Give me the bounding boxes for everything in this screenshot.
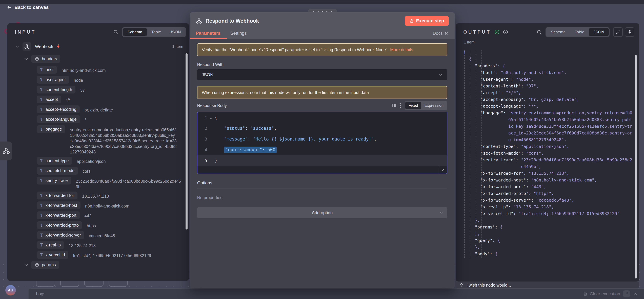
chevron-down-icon[interactable] — [24, 57, 28, 61]
kebab-menu-icon[interactable] — [400, 103, 401, 108]
tab-settings[interactable]: Settings — [230, 31, 247, 36]
open-logs-button[interactable] — [623, 291, 630, 297]
tree-field-sec-fetch-mode: Tsec-fetch-modecors — [37, 167, 183, 175]
editor-line-5[interactable]: 5} — [198, 155, 447, 166]
indent-guide — [482, 50, 482, 258]
tree-group-headers[interactable]: headers — [24, 55, 183, 63]
field-chip[interactable]: Tx-forwarded-proto — [37, 221, 82, 229]
input-source-row[interactable]: Webhook 1 item — [16, 42, 183, 51]
field-chip[interactable]: Taccept-language — [37, 115, 80, 123]
text-type-icon: T — [40, 194, 43, 198]
field-chip[interactable]: Taccept — [37, 95, 61, 103]
webhook-icon — [2, 147, 10, 155]
clear-execution-button[interactable]: Clear execution — [583, 291, 620, 297]
top-strip — [0, 0, 644, 4]
tree-field-sentry-trace: Tsentry-trace23c23edc304f6ae7f690d7ca008… — [37, 177, 183, 190]
field-chip[interactable]: Tx-forwarded-for — [37, 192, 78, 199]
field-chip[interactable]: Tx-real-ip — [37, 241, 64, 249]
execute-step-button[interactable]: Execute step — [405, 16, 449, 26]
pin-data-button[interactable] — [625, 27, 634, 37]
output-json-line: "x-forwarded-server": "cdcaedc6fa48", — [463, 197, 634, 204]
editor-line-4[interactable]: 4"quote_amount": 500 — [198, 144, 447, 155]
output-scrollbar[interactable] — [635, 55, 637, 279]
field-chip[interactable]: Tx-forwarded-server — [37, 231, 84, 239]
output-json-line: "headers": { — [463, 63, 634, 69]
output-json-line: "x-forwarded-proto": "https", — [463, 190, 634, 197]
editor-line-3[interactable]: 3"message": "Hello {{ $json.name }}, you… — [198, 134, 447, 144]
wish-text[interactable]: I wish this node would... — [466, 283, 511, 288]
input-source-node-name[interactable]: Webhook — [35, 44, 53, 49]
modal-tabs: Parameters Settings Docs — [196, 26, 449, 40]
logs-label[interactable]: Logs — [36, 291, 46, 297]
field-value: node — [74, 76, 83, 83]
text-type-icon: T — [40, 107, 43, 111]
editor-line-1[interactable]: 1⌄{ — [198, 112, 447, 123]
field-chip[interactable]: Tcontent-length — [37, 86, 76, 93]
view-tab-json[interactable]: JSON — [166, 28, 185, 36]
back-label: Back to canvas — [14, 5, 49, 10]
field-chip[interactable]: Tx-forwarded-port — [37, 211, 80, 219]
tree-field-x-forwarded-host: Tx-forwarded-hostn8n.holly-and-stick.com — [37, 202, 183, 209]
tree-field-user-agent: Tuser-agentnode — [37, 76, 183, 84]
tab-parameters[interactable]: Parameters — [196, 31, 220, 36]
edit-output-button[interactable] — [613, 27, 623, 37]
toggle-expression[interactable]: Expression — [421, 102, 447, 109]
output-json-line: "body": { — [463, 251, 634, 257]
wish-bar[interactable]: I wish this node would... — [456, 282, 639, 289]
code-editor-lines[interactable]: 1⌄{2"status": "success",3"message": "Hel… — [198, 112, 447, 166]
group-chip[interactable]: headers — [31, 55, 60, 63]
more-details-link[interactable]: More details — [390, 47, 413, 52]
input-search-icon[interactable] — [113, 29, 118, 35]
text-type-icon: T — [40, 117, 43, 121]
output-json-line: { — [463, 56, 634, 63]
editor-line-2[interactable]: 2"status": "success", — [198, 123, 447, 134]
input-node-side-tab[interactable] — [0, 142, 12, 160]
field-chip[interactable]: Tuser-agent — [37, 76, 69, 84]
toggle-fixed[interactable]: Fixed — [405, 102, 421, 109]
field-chip[interactable]: Tx-forwarded-host — [37, 202, 80, 209]
tree-field-accept-encoding: Taccept-encodingbr, gzip, deflate — [37, 105, 183, 113]
view-tab-schema[interactable]: Schema — [123, 28, 147, 36]
field-chip[interactable]: Taccept-encoding — [37, 105, 80, 113]
editor-resize-handle[interactable] — [439, 166, 447, 174]
webhook-respond-warning: Verify that the "Webhook" node's "Respon… — [197, 43, 447, 56]
field-value: fra1::cfd4j-1766594602117-0f5ed8932129 — [73, 251, 151, 258]
field-chip[interactable]: Tsec-fetch-mode — [37, 167, 78, 175]
field-chip[interactable]: Tsentry-trace — [37, 177, 71, 185]
field-chip[interactable]: Tcontent-type — [37, 157, 72, 165]
info-icon[interactable] — [503, 29, 508, 35]
chevron-up-icon[interactable] — [633, 291, 638, 296]
output-json-line: "params": { — [463, 224, 634, 231]
text-type-icon: T — [40, 223, 43, 227]
output-json-line: "x-vercel-id": "fra1::cfd4j-176659460211… — [463, 210, 634, 217]
chevron-down-icon[interactable] — [16, 44, 20, 48]
field-value: 23c23edc304f6ae7f690d7ca008bd38c-5b99c25… — [76, 177, 183, 190]
view-tab-json[interactable]: JSON — [589, 28, 609, 36]
respond-with-select[interactable]: JSON — [197, 69, 447, 80]
tree-field-x-forwarded-proto: Tx-forwarded-protohttps — [37, 221, 183, 229]
field-value: application/json — [77, 157, 106, 164]
logs-bar[interactable]: Logs Clear execution — [28, 289, 644, 299]
field-chip[interactable]: Tx-vercel-id — [37, 251, 68, 259]
tree-group-params[interactable]: params — [24, 261, 183, 269]
docs-link[interactable]: Docs — [433, 31, 449, 36]
view-tab-table[interactable]: Table — [147, 28, 166, 36]
cube-icon — [34, 263, 39, 267]
chevron-down-icon[interactable] — [24, 263, 28, 267]
back-to-canvas[interactable]: Back to canvas — [7, 5, 49, 10]
view-tab-schema[interactable]: Schema — [546, 28, 570, 36]
output-search-icon[interactable] — [536, 29, 542, 35]
avatar[interactable]: AU — [6, 285, 16, 296]
view-tab-table[interactable]: Table — [570, 28, 589, 36]
add-option-button[interactable]: Add option — [197, 207, 447, 218]
field-chip[interactable]: Tbaggage — [37, 125, 65, 133]
field-chip[interactable]: Thost — [37, 66, 57, 74]
text-type-icon: T — [40, 243, 43, 247]
group-chip[interactable]: params — [31, 261, 59, 269]
columns-icon[interactable] — [392, 103, 396, 108]
input-scrollbar[interactable] — [186, 53, 188, 230]
output-json-line: "x-forwarded-host": "n8n.holly-and-stick… — [463, 177, 634, 184]
response-body-editor[interactable]: 1⌄{2"status": "success",3"message": "Hel… — [197, 112, 447, 174]
field-value: 37 — [80, 86, 85, 93]
lightbulb-icon — [459, 283, 464, 287]
